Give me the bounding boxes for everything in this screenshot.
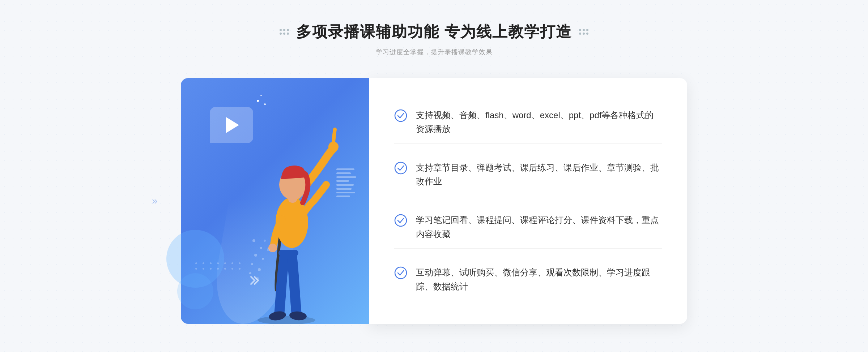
person-figure: [229, 114, 344, 324]
feature-text-4: 互动弹幕、试听购买、微信分享、观看次数限制、学习进度跟踪、数据统计: [416, 266, 662, 293]
svg-point-17: [249, 272, 251, 274]
check-icon-2: [394, 162, 407, 175]
header-section: 多项录播课辅助功能 专为线上教学打造 学习进度全掌握，提升录播课教学效果: [0, 22, 868, 56]
svg-point-16: [267, 248, 270, 251]
subtitle: 学习进度全掌握，提升录播课教学效果: [376, 48, 493, 56]
feature-item-3: 学习笔记回看、课程提问、课程评论打分、课件资料下载，重点内容收藏: [394, 206, 662, 249]
page-wrapper: 多项录播课辅助功能 专为线上教学打造 学习进度全掌握，提升录播课教学效果: [0, 0, 868, 352]
title-decoration-left: [280, 29, 289, 35]
svg-rect-8: [278, 250, 298, 256]
svg-point-13: [251, 263, 253, 265]
svg-point-0: [258, 316, 315, 324]
svg-point-14: [258, 268, 261, 271]
svg-point-20: [395, 162, 407, 174]
check-icon-4: [394, 266, 407, 279]
svg-point-19: [395, 110, 407, 121]
svg-point-9: [252, 239, 255, 242]
feature-item-2: 支持章节目录、弹题考试、课后练习、课后作业、章节测验、批改作业: [394, 154, 662, 196]
arrow-chevrons: »: [152, 195, 158, 207]
svg-point-11: [254, 254, 257, 257]
svg-point-5: [268, 244, 277, 252]
content-area: »: [181, 78, 687, 324]
title-row: 多项录播课辅助功能 专为线上教学打造: [280, 22, 588, 42]
svg-point-15: [264, 240, 266, 242]
features-panel: 支持视频、音频、flash、word、excel、ppt、pdf等各种格式的资源…: [369, 78, 687, 324]
illustration-panel: [181, 78, 369, 324]
circle-decoration-medium: [177, 273, 213, 309]
feature-text-1: 支持视频、音频、flash、word、excel、ppt、pdf等各种格式的资源…: [416, 108, 662, 136]
feature-item-4: 互动弹幕、试听购买、微信分享、观看次数限制、学习进度跟踪、数据统计: [394, 258, 662, 301]
chevron-left-icon: »: [152, 195, 158, 207]
check-icon-1: [394, 109, 407, 122]
svg-point-22: [395, 267, 407, 279]
main-title: 多项录播课辅助功能 专为线上教学打造: [296, 22, 572, 42]
feature-text-3: 学习笔记回看、课程提问、课程评论打分、课件资料下载，重点内容收藏: [416, 213, 662, 241]
svg-point-21: [395, 215, 407, 226]
svg-point-10: [260, 247, 262, 249]
check-icon-3: [394, 214, 407, 227]
feature-item-1: 支持视频、音频、flash、word、excel、ppt、pdf等各种格式的资源…: [394, 101, 662, 144]
illustration-dot-grid: [195, 262, 242, 270]
title-decoration-right: [579, 29, 588, 35]
feature-text-2: 支持章节目录、弹题考试、课后练习、课后作业、章节测验、批改作业: [416, 161, 662, 189]
svg-point-12: [262, 258, 264, 260]
